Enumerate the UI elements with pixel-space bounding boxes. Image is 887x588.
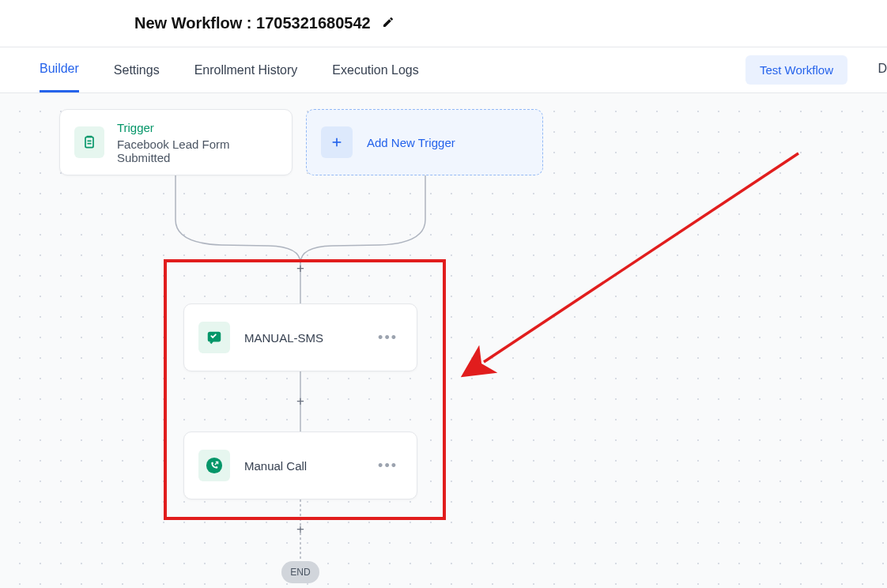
nav-tabs: Builder Settings Enrollment History Exec…: [0, 47, 887, 93]
tab-execution-logs[interactable]: Execution Logs: [332, 49, 418, 92]
tab-builder[interactable]: Builder: [40, 47, 79, 92]
workflow-header: New Workflow : 1705321680542: [0, 0, 887, 47]
test-workflow-button[interactable]: Test Workflow: [745, 55, 847, 85]
tab-enrollment-history[interactable]: Enrollment History: [194, 49, 298, 92]
cropped-nav-item[interactable]: D: [878, 62, 887, 76]
pencil-icon[interactable]: [382, 16, 394, 32]
workflow-canvas[interactable]: Trigger Facebook Lead Form Submitted Add…: [0, 93, 887, 588]
tab-settings[interactable]: Settings: [114, 49, 160, 92]
annotation-arrow: [0, 93, 887, 588]
svg-line-11: [484, 153, 798, 362]
workflow-title: New Workflow : 1705321680542: [134, 14, 371, 32]
